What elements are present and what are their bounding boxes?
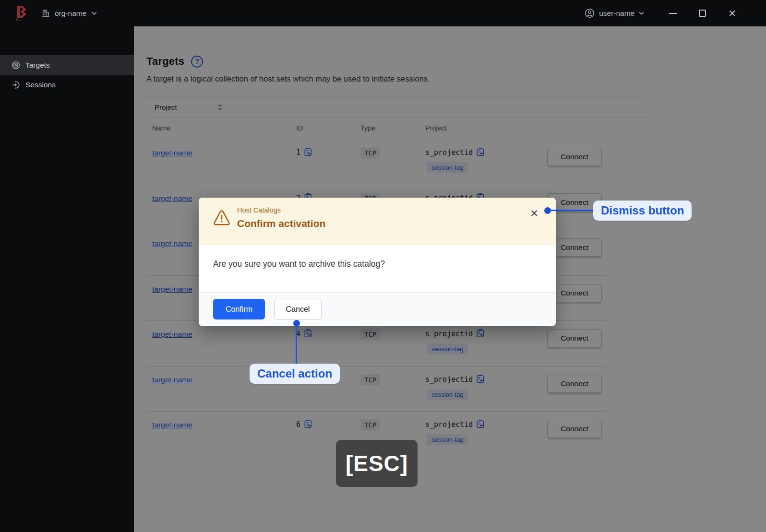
confirm-dialog: Host Catalogs Confirm activation ✕ Are y…	[199, 198, 556, 326]
org-name-label: org-name	[55, 9, 86, 18]
user-avatar-icon	[585, 8, 595, 18]
chevron-down-icon	[92, 12, 97, 15]
target-icon	[12, 61, 20, 70]
sidebar-item-targets[interactable]: Targets	[0, 55, 134, 75]
top-bar: org-name user-name ✕	[0, 0, 766, 26]
sidebar-item-label: Targets	[25, 61, 50, 70]
close-icon[interactable]: ✕	[527, 206, 541, 221]
dialog-eyebrow: Host Catalogs	[237, 206, 281, 214]
dismiss-annotation-label: Dismiss button	[593, 201, 692, 221]
org-switcher[interactable]: org-name	[41, 9, 97, 18]
dialog-header: Host Catalogs Confirm activation ✕	[199, 198, 556, 245]
session-enter-icon	[12, 81, 20, 89]
dismiss-annotation-dot	[544, 207, 551, 214]
dialog-message: Are you sure you want to archive this ca…	[199, 245, 556, 292]
dialog-footer: Confirm Cancel	[199, 292, 556, 326]
dismiss-annotation-line	[551, 210, 593, 211]
confirm-button[interactable]: Confirm	[213, 299, 265, 319]
warning-icon	[213, 210, 230, 227]
window-minimize-button[interactable]	[669, 13, 677, 14]
user-name-label: user-name	[599, 9, 634, 18]
sidebar: Targets Sessions	[0, 26, 134, 532]
esc-key-indicator: [ESC]	[336, 440, 418, 487]
org-icon	[41, 9, 50, 18]
chevron-down-icon	[639, 12, 644, 15]
cancel-button[interactable]: Cancel	[274, 299, 322, 319]
cancel-annotation-dot	[293, 320, 300, 327]
user-menu[interactable]: user-name	[585, 8, 644, 18]
window-maximize-button[interactable]	[699, 10, 706, 17]
cancel-annotation-line	[296, 326, 297, 364]
boundary-logo-icon	[14, 5, 29, 22]
dialog-title: Confirm activation	[237, 218, 325, 229]
sidebar-item-label: Sessions	[25, 81, 56, 89]
sidebar-item-sessions[interactable]: Sessions	[0, 75, 134, 95]
window-close-button[interactable]: ✕	[728, 9, 736, 18]
cancel-annotation-label: Cancel action	[250, 364, 340, 384]
